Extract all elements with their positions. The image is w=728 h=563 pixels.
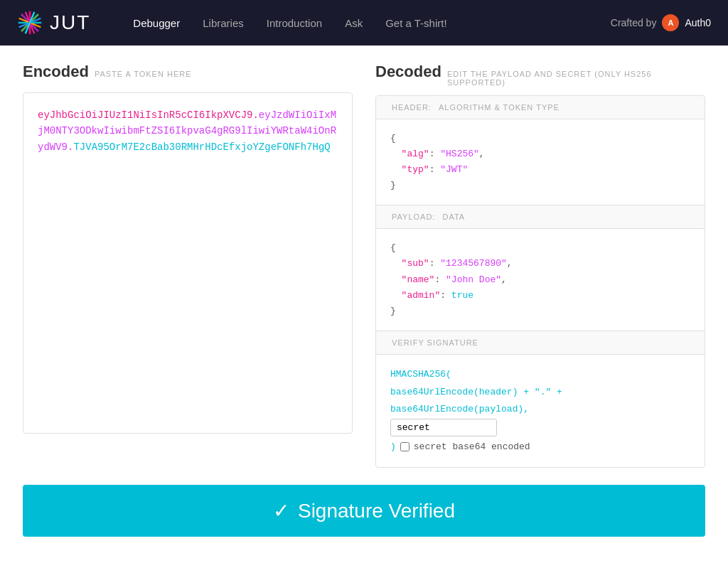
nav-ask[interactable]: Ask: [345, 17, 363, 29]
encoded-subtitle: PASTE A TOKEN HERE: [95, 70, 192, 78]
nav-debugger[interactable]: Debugger: [133, 17, 180, 29]
nav-introduction[interactable]: Introduction: [267, 17, 322, 29]
token-part3: TJVA95OrM7E2cBab30RMHrHDcEfxjoYZgeFONFh7…: [73, 141, 330, 153]
secret-input[interactable]: [390, 419, 497, 436]
alg-key: "alg": [402, 149, 429, 159]
header-section: HEADER: ALGORITHM & TOKEN TYPE { "alg": …: [376, 96, 705, 205]
encoded-title: Encoded: [23, 63, 89, 81]
nav-links: Debugger Libraries Introduction Ask Get …: [133, 17, 610, 29]
secret-base64-checkbox[interactable]: [400, 442, 410, 451]
secret-base64-label: secret base64 encoded: [414, 439, 530, 456]
logo[interactable]: JUT: [17, 10, 90, 36]
columns: Encoded PASTE A TOKEN HERE eyJhbGciOiJIU…: [23, 63, 705, 468]
decoded-panel: HEADER: ALGORITHM & TOKEN TYPE { "alg": …: [375, 95, 705, 468]
verify-line1: HMACSHA256(: [390, 369, 451, 380]
navigation: JUT Debugger Libraries Introduction Ask …: [0, 0, 728, 45]
token-dot1: .: [252, 109, 258, 121]
verify-section-label: VERIFY SIGNATURE: [376, 331, 705, 355]
decoded-column: Decoded EDIT THE PAYLOAD AND SECRET (ONL…: [375, 63, 705, 468]
encoded-header: Encoded PASTE A TOKEN HERE: [23, 63, 353, 84]
payload-section: PAYLOAD: DATA { "sub": "1234567890", "na…: [376, 205, 705, 331]
name-val: "John Doe": [446, 274, 501, 285]
decoded-subtitle: EDIT THE PAYLOAD AND SECRET (ONLY HS256 …: [447, 70, 705, 87]
nav-libraries[interactable]: Libraries: [203, 17, 244, 29]
logo-text: JUT: [50, 11, 90, 34]
verify-line3: base64UrlEncode(payload),: [390, 404, 529, 414]
decoded-title: Decoded: [375, 63, 441, 81]
verified-banner: ✓ Signature Verified: [23, 485, 705, 537]
admin-key: "admin": [402, 290, 441, 301]
verify-close-paren: ): [390, 439, 396, 456]
decoded-header: Decoded EDIT THE PAYLOAD AND SECRET (ONL…: [375, 63, 705, 87]
sub-key: "sub": [402, 258, 429, 269]
verified-check-icon: ✓: [273, 499, 289, 522]
auth0-label: Auth0: [685, 17, 711, 28]
jwt-logo-icon: [17, 10, 43, 36]
sub-val: "1234567890": [440, 258, 507, 269]
typ-val: "JWT": [440, 164, 468, 175]
nav-tshirt[interactable]: Get a T-shirt!: [385, 17, 446, 29]
header-section-body[interactable]: { "alg": "HS256", "typ": "JWT" }: [376, 119, 705, 205]
verified-text: Signature Verified: [298, 500, 455, 522]
encoded-box[interactable]: eyJhbGciOiJIUzI1NiIsInR5cCI6IkpXVCJ9.eyJ…: [23, 92, 353, 434]
header-section-label: HEADER: ALGORITHM & TOKEN TYPE: [376, 96, 705, 119]
verify-line2: base64UrlEncode(header) + "." +: [390, 387, 562, 397]
crafted-by: Crafted by A Auth0: [611, 14, 711, 31]
alg-val: "HS256": [440, 149, 479, 159]
payload-section-body[interactable]: { "sub": "1234567890", "name": "John Doe…: [376, 229, 705, 330]
typ-key: "typ": [402, 164, 429, 175]
main-content: Encoded PASTE A TOKEN HERE eyJhbGciOiJIU…: [0, 45, 728, 554]
auth0-badge-icon: A: [662, 14, 679, 31]
payload-section-label: PAYLOAD: DATA: [376, 205, 705, 229]
crafted-by-text: Crafted by: [611, 17, 657, 28]
token-part1: eyJhbGciOiJIUzI1NiIsInR5cCI6IkpXVCJ9: [38, 109, 252, 121]
verify-section-body: HMACSHA256( base64UrlEncode(header) + ".…: [376, 355, 705, 467]
verify-section: VERIFY SIGNATURE HMACSHA256( base64UrlEn…: [376, 331, 705, 467]
secret-checkbox-row: ) secret base64 encoded: [390, 439, 690, 456]
name-key: "name": [402, 274, 435, 285]
encoded-column: Encoded PASTE A TOKEN HERE eyJhbGciOiJIU…: [23, 63, 353, 468]
admin-val: true: [451, 290, 473, 301]
